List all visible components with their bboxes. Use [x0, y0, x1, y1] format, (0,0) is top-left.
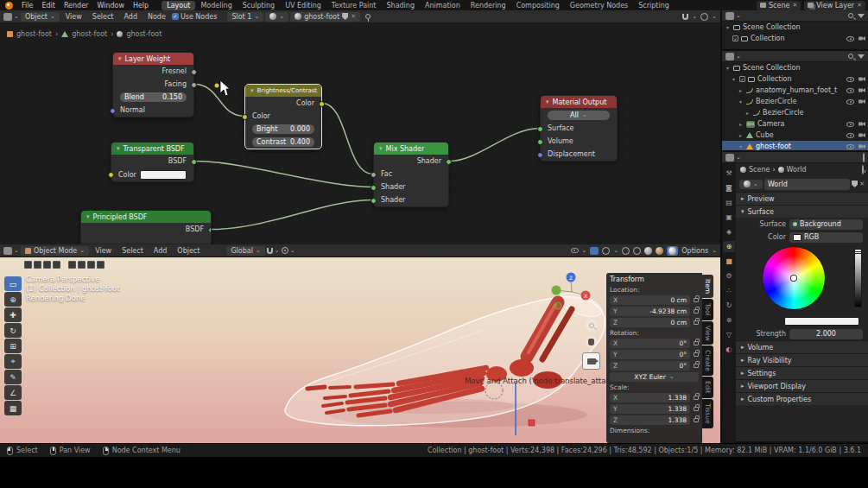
disable-render-icon[interactable] — [858, 77, 865, 82]
menu-node[interactable]: Node — [143, 13, 170, 21]
panel-settings[interactable]: ▸ Settings — [736, 366, 868, 379]
breadcrumb-scene[interactable]: Scene — [749, 166, 770, 174]
disable-render-icon[interactable] — [858, 133, 865, 138]
input-socket-displacement[interactable] — [537, 152, 543, 158]
workspace-tab-compositing[interactable]: Compositing — [511, 1, 565, 10]
tab-modifiers[interactable]: ⚙ — [723, 270, 735, 282]
panel-ray-visibility[interactable]: ▸ Ray Visibility — [736, 353, 868, 366]
disclosure-icon[interactable]: ▸ — [738, 87, 744, 93]
value-slider[interactable] — [854, 249, 862, 307]
collapse-icon[interactable]: ▾ — [86, 214, 90, 220]
world-name-field[interactable]: World — [764, 179, 850, 190]
tool-annotate[interactable]: ✎ — [4, 370, 22, 384]
outliner-row[interactable]: ▸ anatomy_human_foot_t — [722, 85, 868, 96]
contrast-slider[interactable]: Contrast 0.400 — [252, 137, 314, 147]
output-socket-color[interactable] — [319, 101, 325, 107]
menu-select[interactable]: Select — [117, 247, 148, 255]
transform-panel-title[interactable]: Transform — [610, 276, 699, 283]
panel-viewport-display[interactable]: ▸ Viewport Display — [736, 379, 868, 392]
tool-strip-icon[interactable] — [97, 261, 105, 269]
tab-particles[interactable]: ∴ — [723, 285, 735, 296]
sidebar-tab-tissue[interactable]: Tissue — [702, 399, 713, 428]
mode-dropdown[interactable]: Object Mode ⌄ — [21, 246, 89, 256]
tab-object[interactable]: ■ — [723, 256, 735, 267]
tool-strip-icon[interactable] — [24, 261, 32, 269]
unlink-material-icon[interactable]: ✕ — [351, 13, 356, 20]
input-socket-volume[interactable] — [537, 139, 543, 145]
color-swatch[interactable] — [140, 170, 187, 180]
rotation-z-field[interactable]: Z0° — [610, 361, 690, 371]
node-link[interactable] — [194, 162, 373, 187]
panel-volume[interactable]: ▸ Volume — [736, 340, 868, 353]
disclosure-icon[interactable]: ▾ — [738, 143, 744, 149]
value-slider-handle[interactable] — [854, 251, 862, 254]
menu-window[interactable]: Window — [92, 2, 129, 10]
disable-render-icon[interactable] — [858, 144, 865, 149]
lock-icon[interactable] — [694, 396, 699, 400]
tool-strip-icon[interactable] — [43, 261, 51, 269]
outliner-row[interactable]: ▸ BezierCircle — [722, 107, 868, 118]
outliner-row[interactable]: ▾ Scene Collection — [722, 62, 868, 73]
fake-user-shield-icon[interactable] — [342, 13, 348, 20]
disable-render-icon[interactable] — [858, 99, 865, 105]
output-socket-facing[interactable] — [191, 82, 197, 88]
outliner-row[interactable]: ▾ Scene Collection — [722, 22, 868, 33]
tool-strip-icon[interactable] — [78, 261, 86, 269]
breadcrumb-world[interactable]: World — [787, 166, 807, 174]
visibility-chevron-icon[interactable]: ⌄ — [582, 248, 587, 254]
editor-type-chevron-icon[interactable]: ⌄ — [736, 155, 741, 161]
tab-physics[interactable]: ↻ — [723, 300, 735, 311]
tab-constraints[interactable]: ⊗ — [723, 314, 735, 326]
color-wheel[interactable] — [762, 246, 826, 310]
overlays-chevron-icon[interactable]: ⌄ — [712, 14, 717, 20]
node-brightness-contrast[interactable]: ▾ Brightness/Contrast Color Color Bright… — [244, 84, 322, 149]
output-socket-fresnel[interactable] — [191, 69, 197, 75]
menu-file[interactable]: File — [17, 2, 37, 10]
input-socket-normal[interactable] — [110, 108, 116, 114]
blender-logo-icon[interactable] — [5, 2, 13, 10]
lock-icon[interactable] — [694, 407, 699, 411]
overlays-icon[interactable] — [700, 13, 708, 21]
visibility-toggles-icon[interactable] — [571, 248, 579, 253]
workspace-tab-modeling[interactable]: Modeling — [195, 1, 237, 10]
options-chevron-icon[interactable]: ⌄ — [712, 248, 717, 254]
node-header[interactable]: ▾ Material Output — [541, 96, 617, 108]
tab-render[interactable]: ◙ — [723, 182, 735, 193]
scale-y-field[interactable]: Y1.338 — [610, 404, 690, 414]
input-socket-color[interactable] — [108, 172, 114, 178]
options-label[interactable]: Options — [681, 247, 708, 255]
node-principled-bsdf[interactable]: ▾ Principled BSDF BSDF — [80, 210, 212, 244]
menu-add[interactable]: Add — [119, 13, 142, 21]
collapse-icon[interactable]: ▾ — [118, 56, 122, 62]
disclosure-icon[interactable]: ▾ — [738, 98, 744, 105]
collapse-icon[interactable]: ▾ — [546, 99, 549, 105]
tool-strip-icon[interactable] — [34, 261, 41, 269]
disclosure-icon[interactable]: ▾ — [725, 65, 731, 71]
menu-view[interactable]: View — [61, 13, 86, 21]
input-socket-shader-2[interactable] — [371, 198, 377, 204]
output-target-dropdown[interactable]: All ⌄ — [548, 111, 610, 120]
transform-orientation-dropdown[interactable]: Global ⌄ — [226, 246, 264, 256]
tab-material[interactable]: ◐ — [723, 344, 735, 355]
gizmo-y-neg[interactable] — [554, 302, 561, 309]
surface-shader-dropdown[interactable]: Background — [789, 219, 863, 230]
fake-user-shield-icon[interactable] — [852, 181, 858, 187]
snap-magnet-icon[interactable] — [267, 248, 273, 254]
hide-icon[interactable] — [846, 133, 854, 138]
rotation-mode-dropdown[interactable]: XYZ Euler⌄ — [610, 372, 699, 382]
sidebar-tab-view[interactable]: View — [702, 321, 713, 345]
overlays-chevron-icon[interactable]: ⌄ — [613, 248, 618, 254]
node-header[interactable]: ▾ Principled BSDF — [81, 211, 211, 223]
proportional-editing-icon[interactable] — [282, 247, 288, 254]
zoom-icon[interactable] — [586, 320, 598, 332]
exclude-checkbox[interactable]: ✓ — [732, 35, 738, 41]
material-slot-dropdown[interactable]: Slot 1 ⌄ — [227, 12, 263, 22]
browse-material-dropdown[interactable]: ⌄ — [265, 12, 288, 22]
workspace-tab-animation[interactable]: Animation — [420, 1, 466, 10]
editor-type-icon[interactable] — [3, 247, 12, 255]
strength-slider[interactable]: 2.000 — [789, 329, 863, 339]
sidebar-tab-item[interactable]: Item — [702, 275, 713, 298]
node-material-output[interactable]: ▾ Material Output All ⌄ Surface Volume — [540, 95, 618, 162]
gizmos-toggle-icon[interactable] — [590, 247, 599, 255]
tab-tool[interactable]: ⚒ — [723, 168, 735, 179]
